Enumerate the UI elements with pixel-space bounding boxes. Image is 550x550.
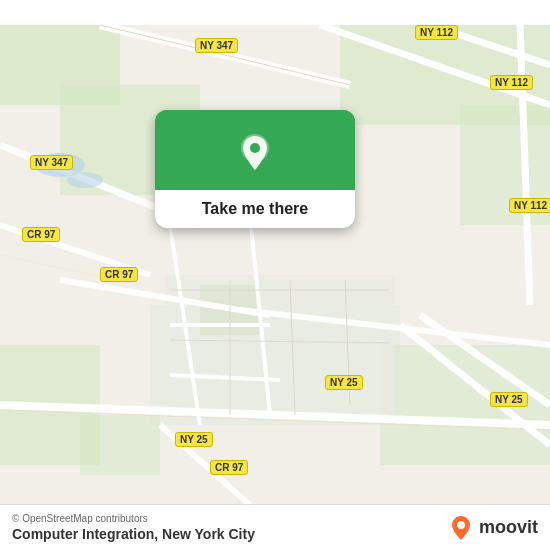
location-name: Computer Integration, New York City: [12, 526, 255, 542]
road-label-ny112-right-top: NY 112: [490, 75, 533, 90]
map-background: [0, 0, 550, 550]
svg-rect-7: [80, 415, 160, 475]
road-label-ny347-left: NY 347: [30, 155, 73, 170]
svg-point-38: [250, 143, 260, 153]
road-label-ny25-right: NY 25: [490, 392, 528, 407]
road-label-ny112-top: NY 112: [415, 25, 458, 40]
attribution: © OpenStreetMap contributors: [12, 513, 255, 524]
bottom-bar: © OpenStreetMap contributors Computer In…: [0, 504, 550, 550]
popup-card[interactable]: Take me there: [155, 110, 355, 228]
bottom-left: © OpenStreetMap contributors Computer In…: [12, 513, 255, 542]
map-container: NY 347 NY 347 NY 112 NY 112 NY 112 CR 97…: [0, 0, 550, 550]
road-label-cr97-left: CR 97: [22, 227, 60, 242]
road-label-ny112-right: NY 112: [509, 198, 550, 213]
road-label-ny25-left: NY 25: [175, 432, 213, 447]
moovit-pin-icon: [447, 514, 475, 542]
road-label-ny25-mid: NY 25: [325, 375, 363, 390]
moovit-text-label: moovit: [479, 517, 538, 538]
road-label-cr97-bot: CR 97: [210, 460, 248, 475]
svg-rect-9: [165, 275, 395, 415]
popup-label-area: Take me there: [155, 190, 355, 228]
moovit-logo[interactable]: moovit: [447, 514, 538, 542]
svg-point-39: [457, 521, 465, 529]
location-pin-icon: [233, 130, 277, 174]
popup-label: Take me there: [202, 200, 308, 218]
svg-point-36: [67, 172, 103, 188]
road-label-ny347-top: NY 347: [195, 38, 238, 53]
road-label-cr97-mid: CR 97: [100, 267, 138, 282]
popup-icon-area: [155, 110, 355, 190]
